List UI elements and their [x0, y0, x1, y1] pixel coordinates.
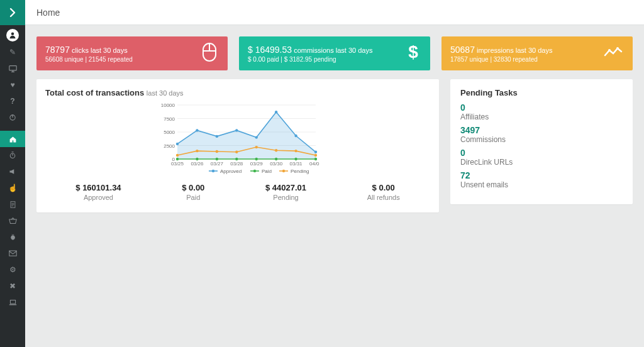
svg-point-38: [314, 158, 317, 160]
svg-text:03/25: 03/25: [171, 161, 184, 167]
topbar: Home: [25, 0, 644, 25]
stat-card-clicks[interactable]: 78797 clicks last 30 days 56608 unique |…: [36, 36, 228, 70]
svg-text:03/30: 03/30: [270, 161, 283, 167]
task-direclink[interactable]: 0 DirecLink URLs: [460, 148, 623, 167]
nav-hand[interactable]: ☝: [0, 180, 25, 196]
transactions-chart: 02500500075001000003/2503/2603/2703/2803…: [156, 101, 319, 177]
svg-point-46: [314, 154, 317, 157]
svg-point-39: [176, 154, 179, 157]
nav-tools[interactable]: ✖: [0, 278, 25, 294]
sidebar: ✎ ♥ ? ☝ ⚙ ✖: [0, 0, 25, 347]
svg-point-0: [11, 33, 14, 36]
page-title: Home: [36, 8, 60, 18]
svg-point-28: [294, 135, 297, 137]
mouse-icon: [201, 42, 218, 65]
laptop-icon: [9, 299, 17, 306]
envelope-icon: [9, 250, 17, 256]
svg-text:03/29: 03/29: [250, 161, 264, 167]
svg-text:7500: 7500: [164, 116, 175, 122]
question-icon: ?: [10, 97, 14, 106]
chart-panel: Total cost of transactions last 30 days …: [36, 79, 439, 212]
svg-point-9: [608, 49, 611, 52]
svg-point-27: [275, 111, 277, 113]
svg-text:04/01: 04/01: [309, 161, 319, 167]
total-approved: $ 160101.34 Approved: [75, 183, 121, 201]
nav-monitor[interactable]: [0, 60, 25, 77]
nav-stopwatch[interactable]: [0, 147, 25, 163]
svg-point-45: [294, 150, 297, 152]
nav-bullhorn[interactable]: [0, 163, 25, 180]
stopwatch-icon: [9, 151, 16, 159]
svg-text:$: $: [408, 43, 418, 62]
hand-pointer-icon: ☝: [8, 184, 18, 192]
stat-clicks-line1: 78797 clicks last 30 days: [45, 45, 219, 55]
stat-card-commissions[interactable]: $ 16499.53 commissions last 30 days $ 0.…: [239, 36, 430, 70]
svg-point-42: [235, 151, 238, 153]
svg-text:2500: 2500: [164, 143, 175, 149]
stat-impressions-line2: 17857 unique | 32830 repeated: [450, 56, 624, 63]
app-logo[interactable]: [0, 0, 25, 25]
svg-point-31: [176, 158, 179, 160]
task-emails[interactable]: 72 Unsent emails: [460, 170, 623, 189]
total-paid: $ 0.00 Paid: [182, 183, 204, 201]
nav-question[interactable]: ?: [0, 93, 25, 109]
nav-power[interactable]: [0, 109, 25, 126]
total-pending: $ 44027.01 Pending: [265, 183, 306, 201]
nav-gear[interactable]: ⚙: [0, 262, 25, 278]
svg-point-37: [294, 158, 297, 160]
avatar[interactable]: [0, 26, 25, 44]
bullhorn-icon: [9, 168, 16, 175]
nav-basket[interactable]: [0, 212, 25, 229]
nav-receipt[interactable]: [0, 196, 25, 212]
svg-text:03/28: 03/28: [230, 161, 243, 167]
basket-icon: [9, 218, 17, 224]
svg-point-29: [314, 151, 317, 153]
svg-rect-6: [10, 300, 15, 304]
nav-envelope[interactable]: [0, 245, 25, 262]
svg-point-32: [196, 158, 198, 160]
total-refunds: $ 0.00 All refunds: [367, 183, 400, 201]
tools-icon: ✖: [9, 282, 16, 290]
svg-point-36: [275, 158, 277, 160]
panels-row: Total cost of transactions last 30 days …: [36, 79, 633, 212]
svg-text:5000: 5000: [164, 129, 175, 135]
receipt-icon: [9, 201, 16, 209]
svg-point-26: [255, 136, 258, 138]
svg-text:Paid: Paid: [262, 168, 272, 174]
stat-cards-row: 78797 clicks last 30 days 56608 unique |…: [36, 36, 633, 70]
nav-pencil[interactable]: ✎: [0, 44, 25, 60]
svg-point-59: [253, 170, 256, 172]
svg-point-24: [216, 135, 218, 138]
svg-point-34: [235, 158, 238, 160]
nav-moneybag[interactable]: [0, 229, 25, 245]
tasks-panel: Pending Tasks 0 Affiliates 3497 Commissi…: [450, 79, 633, 204]
svg-point-62: [282, 170, 285, 172]
task-commissions[interactable]: 3497 Commissions: [460, 125, 623, 144]
svg-text:03/31: 03/31: [290, 161, 303, 167]
power-icon: [9, 114, 16, 121]
svg-rect-1: [9, 65, 16, 70]
nav-heartbeat[interactable]: ♥: [0, 77, 25, 93]
pencil-icon: ✎: [9, 48, 16, 57]
trend-icon: [604, 47, 623, 60]
nav-home[interactable]: [0, 131, 25, 147]
stat-card-impressions[interactable]: 50687 impressions last 30 days 17857 uni…: [441, 36, 633, 70]
nav-laptop[interactable]: [0, 294, 25, 311]
svg-point-35: [255, 158, 258, 160]
svg-text:03/26: 03/26: [191, 161, 204, 167]
chart-area: 02500500075001000003/2503/2603/2703/2803…: [45, 101, 430, 177]
svg-point-33: [216, 158, 218, 160]
task-affiliates[interactable]: 0 Affiliates: [460, 102, 623, 121]
svg-point-56: [212, 170, 214, 172]
tasks-title: Pending Tasks: [460, 88, 623, 97]
svg-point-10: [616, 47, 619, 50]
svg-point-44: [275, 149, 277, 151]
main-content: 78797 clicks last 30 days 56608 unique |…: [25, 25, 644, 347]
svg-text:Pending: Pending: [291, 168, 309, 174]
stat-commissions-line1: $ 16499.53 commissions last 30 days: [248, 45, 421, 55]
chart-title: Total cost of transactions last 30 days: [45, 88, 430, 97]
dollar-icon: $: [406, 43, 420, 64]
monitor-icon: [9, 65, 17, 73]
heartbeat-icon: ♥: [10, 80, 14, 89]
svg-point-22: [176, 143, 179, 145]
